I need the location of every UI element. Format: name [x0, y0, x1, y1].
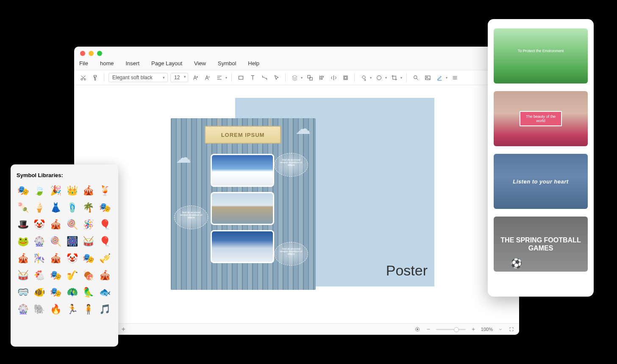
symbol-item[interactable]: 🌴: [82, 201, 95, 214]
poster-photo[interactable]: [211, 192, 274, 225]
symbol-item[interactable]: 🔥: [49, 303, 62, 316]
symbol-item[interactable]: 🍖: [82, 269, 95, 282]
font-size-selector[interactable]: 12: [170, 73, 188, 82]
more-icon[interactable]: [450, 73, 459, 82]
menu-file[interactable]: File: [79, 60, 88, 67]
symbol-item[interactable]: 🩴: [66, 201, 78, 214]
highlight-icon[interactable]: [435, 73, 444, 82]
menu-page-layout[interactable]: Page Layout: [151, 60, 182, 67]
symbol-item[interactable]: 🍃: [33, 184, 46, 197]
sign-board[interactable]: LOREM IPSUM: [205, 126, 281, 144]
shape-dropdown-icon[interactable]: ▾: [385, 76, 387, 80]
menu-help[interactable]: Help: [248, 60, 259, 67]
zoom-slider[interactable]: [436, 329, 466, 330]
template-thumbnail[interactable]: To Protect the Environment: [494, 28, 588, 83]
symbol-item[interactable]: 🎪: [49, 252, 62, 265]
symbol-item[interactable]: 🎈: [98, 235, 111, 248]
symbol-item[interactable]: 🦚: [66, 286, 78, 299]
symbol-item[interactable]: 🎵: [98, 303, 111, 316]
thought-bubble[interactable]: Sed do eiusmod tempor incididunt ut aliq…: [274, 153, 308, 177]
symbol-item[interactable]: 🍦: [33, 201, 46, 214]
cut-icon[interactable]: [78, 73, 88, 82]
symbol-item[interactable]: 🐟: [98, 286, 111, 299]
text-tool-icon[interactable]: [248, 73, 257, 82]
symbol-item[interactable]: 🎠: [33, 252, 46, 265]
symbol-item[interactable]: 🐠: [33, 286, 46, 299]
layer-dropdown-icon[interactable]: ▾: [301, 76, 303, 80]
insert-image-icon[interactable]: [423, 73, 432, 82]
fullscreen-icon[interactable]: [508, 326, 515, 333]
poster-photo[interactable]: [211, 154, 274, 187]
symbol-item[interactable]: 🪅: [82, 218, 95, 231]
symbol-item[interactable]: 🍭: [49, 235, 62, 248]
symbol-item[interactable]: 🎪: [98, 269, 111, 282]
symbol-item[interactable]: 🎭: [49, 286, 62, 299]
thought-bubble[interactable]: Sed do eiusmod tempor incididunt ut aliq…: [174, 206, 208, 229]
window-close[interactable]: [80, 51, 85, 56]
symbol-item[interactable]: 🥁: [17, 269, 29, 282]
layer-icon[interactable]: [290, 73, 299, 82]
symbol-item[interactable]: 🎭: [98, 201, 111, 214]
presentation-icon[interactable]: [414, 326, 421, 333]
symbol-item[interactable]: 🦜: [82, 286, 95, 299]
zoom-in-icon[interactable]: [470, 326, 477, 333]
connector-tool-icon[interactable]: [260, 73, 269, 82]
symbol-item[interactable]: 🎩: [17, 218, 29, 231]
zoom-dropdown-icon[interactable]: [497, 326, 504, 333]
shape-style-icon[interactable]: [374, 73, 384, 82]
search-icon[interactable]: [411, 73, 420, 82]
symbol-item[interactable]: 🤡: [66, 252, 78, 265]
symbol-item[interactable]: 🎪: [49, 218, 62, 231]
symbol-item[interactable]: 🎡: [33, 235, 46, 248]
font-selector[interactable]: Elegant soft black: [108, 73, 168, 82]
poster-card[interactable]: ☁ ☁ LOREM IPSUM Sed do eiusmod tempor in…: [171, 118, 316, 290]
template-thumbnail[interactable]: The beauty of the world: [494, 91, 588, 146]
symbol-item[interactable]: 🥽: [17, 286, 29, 299]
symbol-item[interactable]: 🎷: [66, 269, 78, 282]
crop-icon[interactable]: [389, 73, 399, 82]
symbol-item[interactable]: 🍭: [66, 218, 78, 231]
menu-view[interactable]: View: [194, 60, 206, 67]
window-minimize[interactable]: [89, 51, 94, 56]
symbol-item[interactable]: 🍡: [17, 201, 29, 214]
symbol-item[interactable]: 🎈: [98, 218, 111, 231]
template-thumbnail[interactable]: THE SPRING FOOTBALL GAMES ⚽: [494, 217, 588, 272]
rectangle-tool-icon[interactable]: [236, 73, 245, 82]
symbol-item[interactable]: 🐔: [33, 269, 46, 282]
add-page-button[interactable]: +: [121, 325, 125, 333]
symbol-item[interactable]: 🧍: [82, 303, 95, 316]
group-icon[interactable]: [305, 73, 314, 82]
symbol-item[interactable]: 🎭: [82, 252, 95, 265]
increase-font-icon[interactable]: [191, 73, 200, 82]
symbol-item[interactable]: 🎭: [49, 269, 62, 282]
highlight-dropdown-icon[interactable]: ▾: [446, 76, 447, 80]
align-objects-icon[interactable]: [317, 73, 326, 82]
menu-symbol[interactable]: Symbol: [218, 60, 236, 67]
menu-insert[interactable]: Insert: [125, 60, 139, 67]
fill-dropdown-icon[interactable]: ▾: [370, 76, 372, 80]
symbol-item[interactable]: 🎪: [17, 252, 29, 265]
symbol-item[interactable]: 👗: [49, 201, 62, 214]
window-maximize[interactable]: [97, 51, 102, 56]
poster-photo[interactable]: [211, 230, 274, 263]
template-thumbnail[interactable]: Listen to your heart: [494, 154, 588, 209]
pointer-tool-icon[interactable]: [272, 73, 281, 82]
crop-dropdown-icon[interactable]: ▾: [400, 76, 402, 80]
symbol-item[interactable]: 🐸: [17, 235, 29, 248]
symbol-item[interactable]: 🐘: [33, 303, 46, 316]
symbol-item[interactable]: 🎡: [17, 303, 29, 316]
symbol-item[interactable]: 👑: [66, 184, 78, 197]
align-dropdown-icon[interactable]: ▾: [225, 76, 227, 80]
menu-home[interactable]: home: [100, 60, 114, 67]
symbol-item[interactable]: 🎆: [66, 235, 78, 248]
flip-icon[interactable]: [329, 73, 338, 82]
zoom-out-icon[interactable]: [425, 326, 432, 333]
decrease-font-icon[interactable]: [203, 73, 212, 82]
thought-bubble[interactable]: Sed do eiusmod tempor incididunt ut aliq…: [274, 242, 308, 266]
symbol-item[interactable]: 🤡: [33, 218, 46, 231]
symbol-item[interactable]: 🎪: [82, 184, 95, 197]
position-icon[interactable]: [341, 73, 350, 82]
symbol-item[interactable]: 🎭: [17, 184, 29, 197]
canvas[interactable]: Poster ☁ ☁ LOREM IPSUM Sed do eiusmod te…: [74, 85, 519, 323]
symbol-item[interactable]: 🎺: [98, 252, 111, 265]
